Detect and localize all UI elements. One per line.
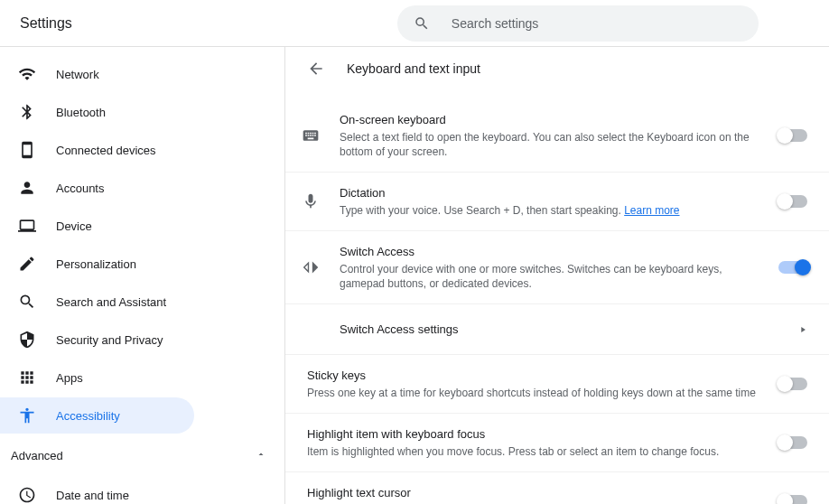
- highlight-kb-focus-toggle[interactable]: [778, 436, 807, 449]
- sidebar-item-connected-devices[interactable]: Connected devices: [0, 132, 284, 168]
- setting-title: Sticky keys: [307, 368, 760, 384]
- shield-icon: [18, 331, 36, 349]
- dictation-toggle[interactable]: [778, 195, 807, 208]
- setting-sticky-keys: Sticky keys Press one key at a time for …: [285, 355, 829, 414]
- sidebar-item-label: Date and time: [56, 489, 129, 502]
- sidebar-item-accounts[interactable]: Accounts: [0, 170, 284, 206]
- setting-title: Switch Access settings: [340, 322, 798, 338]
- setting-onscreen-keyboard: On-screen keyboard Select a text field t…: [285, 90, 829, 173]
- highlight-cursor-toggle[interactable]: [778, 495, 807, 504]
- search-icon: [414, 15, 430, 32]
- switch-access-icon: [300, 257, 321, 278]
- sidebar-item-bluetooth[interactable]: Bluetooth: [0, 94, 284, 130]
- setting-description: Press one key at a time for keyboard sho…: [307, 386, 760, 400]
- sidebar-item-network[interactable]: Network: [0, 56, 284, 92]
- keyboard-icon: [300, 125, 321, 146]
- setting-description: Control your device with one or more swi…: [340, 262, 760, 291]
- settings-list: On-screen keyboard Select a text field t…: [285, 90, 829, 504]
- sidebar-item-label: Personalization: [56, 257, 136, 271]
- setting-description: Item is highlighted when you move focus.…: [307, 444, 760, 459]
- advanced-toggle[interactable]: Advanced: [0, 435, 284, 475]
- sidebar-item-label: Apps: [56, 371, 83, 385]
- setting-title: Dictation: [340, 185, 760, 201]
- sidebar-item-device[interactable]: Device: [0, 208, 284, 244]
- clock-icon: [18, 486, 36, 504]
- sidebar-item-label: Bluetooth: [56, 106, 106, 119]
- sidebar-item-security-privacy[interactable]: Security and Privacy: [0, 322, 284, 358]
- app-title: Settings: [20, 15, 72, 32]
- page-title: Keyboard and text input: [347, 61, 480, 76]
- laptop-icon: [18, 217, 36, 235]
- sidebar-item-label: Network: [56, 68, 99, 81]
- search-input[interactable]: [452, 16, 742, 31]
- setting-switch-access: Switch Access Control your device with o…: [285, 231, 829, 304]
- app-header: Settings: [0, 0, 829, 47]
- setting-highlight-text-cursor: Highlight text cursor Cursor is highligh…: [285, 472, 829, 504]
- sidebar-item-label: Connected devices: [56, 144, 156, 157]
- learn-more-link[interactable]: Learn more: [624, 204, 679, 217]
- sidebar-item-label: Search and Assistant: [56, 295, 166, 309]
- sidebar-item-apps[interactable]: Apps: [0, 359, 284, 396]
- sidebar-item-accessibility[interactable]: Accessibility: [0, 397, 194, 434]
- sidebar-item-label: Security and Privacy: [56, 333, 163, 347]
- switch-access-toggle[interactable]: [778, 261, 807, 274]
- accessibility-icon: [18, 406, 36, 425]
- setting-description: Type with your voice. Use Search + D, th…: [340, 203, 760, 218]
- setting-title: Switch Access: [340, 244, 760, 260]
- sidebar-item-label: Accessibility: [56, 409, 120, 423]
- sticky-keys-toggle[interactable]: [778, 378, 807, 390]
- sidebar-item-date-time[interactable]: Date and time: [0, 477, 284, 504]
- sidebar-item-personalization[interactable]: Personalization: [0, 246, 284, 282]
- sidebar: Network Bluetooth Connected devices Acco…: [0, 47, 285, 504]
- search-box[interactable]: [397, 5, 759, 42]
- setting-dictation: Dictation Type with your voice. Use Sear…: [285, 173, 829, 231]
- chevron-right-icon: [798, 322, 807, 338]
- setting-title: Highlight item with keyboard focus: [307, 426, 760, 443]
- apps-icon: [18, 369, 36, 387]
- setting-title: Highlight text cursor: [307, 485, 760, 501]
- arrow-back-icon: [307, 60, 325, 78]
- setting-highlight-keyboard-focus: Highlight item with keyboard focus Item …: [285, 414, 829, 472]
- phone-icon: [18, 141, 36, 159]
- setting-description: Select a text field to open the keyboard…: [340, 130, 760, 159]
- mic-icon: [300, 191, 321, 212]
- sidebar-item-label: Accounts: [56, 182, 104, 195]
- back-button[interactable]: [307, 60, 325, 78]
- sidebar-item-label: Device: [56, 219, 92, 233]
- wifi-icon: [18, 65, 36, 83]
- edit-icon: [18, 255, 36, 273]
- main-header: Keyboard and text input: [285, 47, 829, 90]
- sidebar-item-search-assistant[interactable]: Search and Assistant: [0, 284, 284, 320]
- bluetooth-icon: [18, 103, 36, 121]
- advanced-label: Advanced: [11, 449, 63, 462]
- person-icon: [18, 179, 36, 197]
- main-content: Keyboard and text input On-screen keyboa…: [285, 47, 829, 504]
- setting-title: On-screen keyboard: [340, 112, 760, 128]
- onscreen-keyboard-toggle[interactable]: [778, 129, 807, 142]
- chevron-up-icon: [256, 447, 266, 463]
- search-icon: [18, 293, 36, 311]
- setting-switch-access-settings[interactable]: Switch Access settings: [285, 304, 829, 355]
